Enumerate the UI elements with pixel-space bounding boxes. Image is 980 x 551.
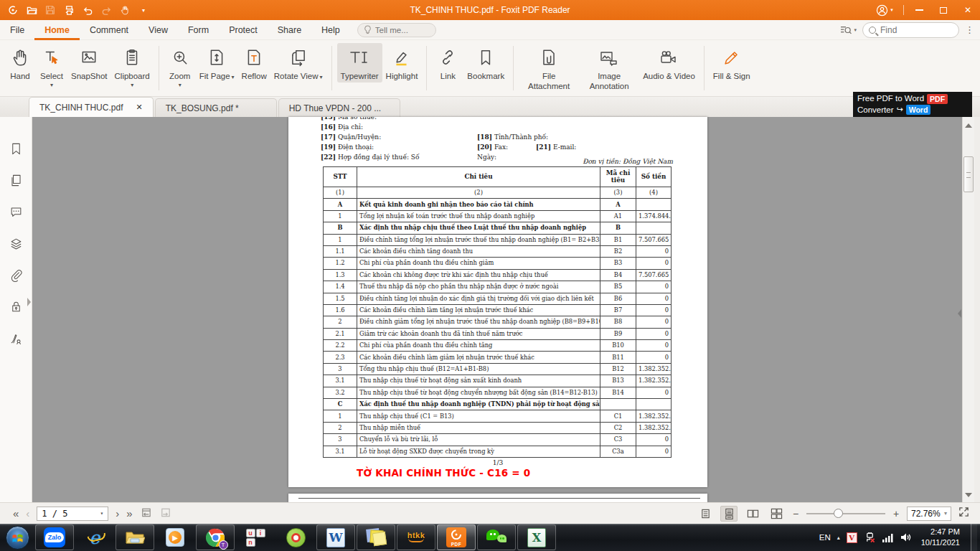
hidden-icons-button[interactable]: ▴: [837, 534, 840, 541]
snapshot-button[interactable]: SnapShot: [67, 43, 111, 83]
start-button[interactable]: [0, 524, 34, 551]
select-button[interactable]: Select ▾: [36, 43, 67, 90]
maximize-button[interactable]: [931, 0, 956, 20]
taskbar-media-player-button[interactable]: ▶: [156, 524, 194, 550]
hand-button[interactable]: Hand: [4, 43, 36, 83]
first-page-button[interactable]: «: [13, 508, 19, 519]
tell-me-input[interactable]: [375, 26, 425, 34]
signature-panel-button[interactable]: [0, 322, 32, 354]
network-disconnected-icon[interactable]: [864, 532, 876, 543]
tab-hd-thue-vpdn[interactable]: HD Thue VPDN - 200 ...: [278, 98, 400, 117]
zoom-slider[interactable]: [806, 513, 885, 514]
menu-item[interactable]: Protect: [219, 20, 268, 40]
taskbar-unikey-button[interactable]: uin: [236, 524, 275, 550]
menu-item[interactable]: Help: [311, 20, 350, 40]
zoom-level-box[interactable]: 72.76% ▾: [907, 507, 951, 521]
menu-item[interactable]: View: [138, 20, 178, 40]
zoom-out-button[interactable]: −: [791, 508, 800, 519]
audio-video-button[interactable]: Audio & Video: [639, 43, 699, 83]
typewriter-button[interactable]: Typewriter: [337, 43, 382, 83]
find-box[interactable]: [862, 22, 959, 38]
file-attachment-button[interactable]: File Attachment: [519, 43, 579, 93]
facing-view-button[interactable]: [744, 506, 761, 522]
zoom-in-button[interactable]: +: [892, 508, 900, 519]
taskbar-htkk-button[interactable]: htkk: [397, 524, 435, 550]
search-icon: [869, 27, 876, 34]
attachments-panel-button[interactable]: [0, 259, 32, 291]
search-options-button[interactable]: ▾: [840, 25, 857, 35]
vertical-scrollbar[interactable]: [962, 117, 974, 502]
menu-item[interactable]: Share: [268, 20, 311, 40]
quick-access-customize-button[interactable]: ▾: [136, 3, 151, 17]
close-button[interactable]: ✕: [956, 0, 980, 20]
scrollbar-thumb[interactable]: [963, 156, 974, 192]
fullscreen-button[interactable]: [958, 506, 970, 521]
taskbar-file-explorer-button[interactable]: [116, 524, 154, 550]
continuous-view-button[interactable]: [720, 506, 738, 522]
link-button[interactable]: Link: [432, 43, 463, 83]
highlight-button[interactable]: Highlight: [382, 43, 422, 83]
menu-item[interactable]: Form: [178, 20, 219, 40]
more-options-button[interactable]: ⋮: [965, 24, 974, 35]
previous-view-button[interactable]: [140, 507, 152, 521]
right-panel-handle[interactable]: [958, 309, 961, 318]
reflow-button[interactable]: Reflow: [238, 43, 270, 83]
taskbar-foxit-button[interactable]: PDF: [437, 524, 476, 550]
find-input[interactable]: [880, 25, 945, 35]
menu-item[interactable]: File: [0, 20, 34, 40]
rotate-view-button[interactable]: Rotate View▾: [270, 43, 326, 83]
pdf-to-word-ad[interactable]: Free PDF to Word PDF Converter ↪ Word: [853, 92, 972, 117]
language-indicator[interactable]: EN: [819, 533, 831, 542]
account-button[interactable]: ▾: [869, 0, 900, 20]
page-number-box[interactable]: 1 / 5 ▾: [37, 507, 108, 521]
signal-strength-icon[interactable]: [882, 533, 894, 542]
next-view-button[interactable]: [159, 507, 171, 521]
taskbar-chrome-button[interactable]: T: [196, 524, 235, 550]
menu-item[interactable]: Home: [34, 20, 80, 40]
redo-button[interactable]: [99, 3, 113, 17]
security-panel-button[interactable]: [0, 291, 32, 322]
tell-me-search[interactable]: [357, 23, 436, 37]
tab-tk-chinh-thuc[interactable]: TK_CHINH THUC.pdf ✕: [29, 97, 154, 117]
facing-continuous-view-button[interactable]: [768, 506, 785, 522]
open-file-button[interactable]: [24, 3, 39, 17]
ribbon-separator: [159, 46, 159, 90]
taskbar-wechat-button[interactable]: [477, 524, 516, 550]
taskbar-sticky-notes-button[interactable]: [357, 524, 395, 550]
layers-panel-button[interactable]: [0, 227, 32, 259]
unikey-tray-icon[interactable]: V: [847, 532, 857, 543]
scroll-up-arrow[interactable]: [965, 123, 972, 128]
zoom-slider-knob[interactable]: [834, 509, 843, 518]
taskbar-word-button[interactable]: W: [316, 524, 355, 550]
single-page-view-button[interactable]: [697, 506, 714, 522]
undo-button[interactable]: [80, 3, 95, 17]
minimize-button[interactable]: [907, 0, 931, 20]
taskbar-zalo-button[interactable]: Zalo: [35, 524, 74, 550]
clipboard-button[interactable]: Clipboard ▾: [111, 43, 154, 90]
comments-panel-button[interactable]: [0, 196, 32, 227]
last-page-button[interactable]: »: [126, 508, 132, 519]
taskbar-coccoc-button[interactable]: [276, 524, 315, 550]
menu-item[interactable]: Comment: [80, 20, 138, 40]
bookmarks-panel-button[interactable]: [0, 133, 32, 164]
previous-page-button[interactable]: ‹: [26, 508, 29, 519]
taskbar-excel-button[interactable]: X: [517, 524, 556, 550]
fill-sign-button[interactable]: Fill & Sign: [710, 43, 754, 83]
tab-close-icon[interactable]: ✕: [123, 103, 142, 112]
tab-tk-bosung[interactable]: TK_BOSUNG.pdf *: [155, 98, 277, 117]
fit-page-button[interactable]: Fit Page▾: [196, 43, 238, 83]
next-page-button[interactable]: ›: [116, 508, 119, 519]
zoom-button[interactable]: Zoom ▾: [164, 43, 196, 90]
show-desktop-button[interactable]: [971, 524, 977, 551]
save-button[interactable]: [43, 3, 57, 17]
bookmark-button[interactable]: Bookmark: [463, 43, 508, 83]
print-button[interactable]: [62, 3, 76, 17]
clock[interactable]: 2:47 PM 10/11/2021: [921, 527, 960, 548]
image-annotation-button[interactable]: Image Annotation: [579, 43, 639, 93]
scroll-down-arrow[interactable]: [965, 493, 972, 497]
taskbar-internet-explorer-button[interactable]: e: [75, 524, 114, 550]
volume-icon[interactable]: [900, 532, 912, 542]
pages-panel-button[interactable]: [0, 164, 32, 196]
panel-expand-handle[interactable]: [27, 298, 31, 306]
hand-tool-button[interactable]: [118, 3, 132, 17]
